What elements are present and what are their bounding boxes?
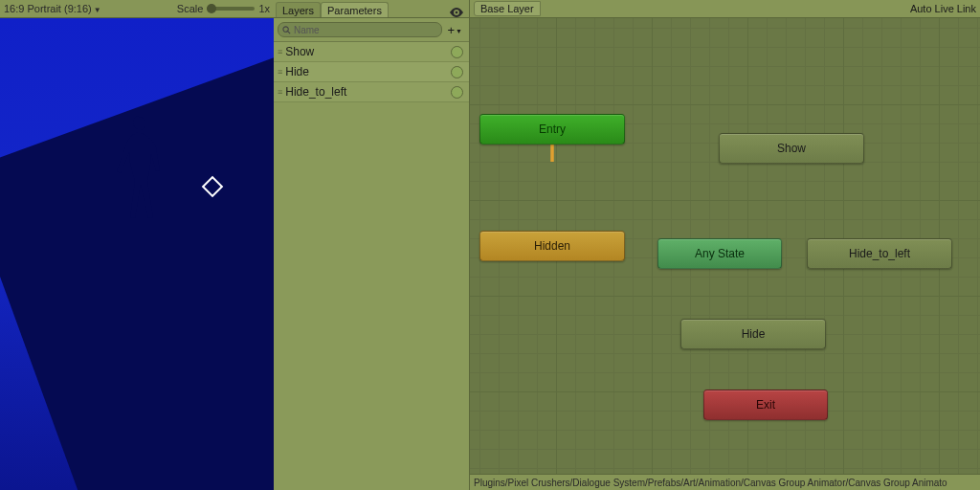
state-node-label: Exit <box>756 398 775 412</box>
visibility-eye-icon[interactable] <box>450 8 467 17</box>
chevron-down-icon: ▼ <box>456 28 462 34</box>
svg-point-1 <box>283 26 288 31</box>
parameter-label: Show <box>285 45 447 58</box>
params-search-row: Name +▼ <box>274 18 469 42</box>
drag-handle-icon[interactable]: ≡ <box>278 87 281 97</box>
game-preview-panel: 16:9 Portrait (9:16) ▼ Scale 1x <box>0 0 274 490</box>
state-node-hide_to_left[interactable]: Hide_to_left <box>807 238 952 269</box>
parameter-label: Hide <box>285 65 447 78</box>
search-placeholder: Name <box>294 25 320 35</box>
search-input[interactable]: Name <box>278 22 442 37</box>
state-node-label: Any State <box>695 247 745 260</box>
search-icon <box>282 26 291 34</box>
auto-live-link-toggle[interactable]: Auto Live Link <box>910 3 976 14</box>
state-node-label: Show <box>777 142 806 155</box>
tab-parameters[interactable]: Parameters <box>321 2 389 17</box>
state-node-label: Hidden <box>534 239 570 253</box>
graph-canvas[interactable]: EntryHiddenShowAny StateHide_to_leftHide… <box>470 18 980 474</box>
animator-graph-panel: Base Layer Auto Live Link EntryHiddenSho… <box>470 0 980 490</box>
state-node-label: Entry <box>539 122 566 136</box>
svg-point-0 <box>456 11 458 14</box>
character-silhouette <box>113 114 167 238</box>
state-node-hidden[interactable]: Hidden <box>479 231 625 261</box>
parameters-panel: Layers Parameters Name +▼ ≡ Show ≡ H <box>274 0 470 490</box>
trigger-radio-icon[interactable] <box>451 66 463 78</box>
breadcrumb[interactable]: Base Layer <box>474 1 541 16</box>
scale-slider-thumb[interactable] <box>207 4 216 13</box>
state-node-any[interactable]: Any State <box>657 238 782 269</box>
scale-slider[interactable] <box>207 7 255 11</box>
tab-layers[interactable]: Layers <box>276 2 321 17</box>
add-parameter-button[interactable]: +▼ <box>444 23 465 37</box>
plus-icon: + <box>447 23 455 37</box>
parameter-label: Hide_to_left <box>285 85 447 99</box>
aspect-dropdown[interactable]: 16:9 Portrait (9:16) ▼ <box>4 3 101 14</box>
parameter-row[interactable]: ≡ Hide_to_left <box>274 82 469 102</box>
chevron-down-icon: ▼ <box>94 6 101 14</box>
drag-handle-icon[interactable]: ≡ <box>278 47 281 56</box>
state-node-label: Hide_to_left <box>849 247 910 260</box>
params-tabs: Layers Parameters <box>274 0 469 18</box>
aspect-label: 16:9 Portrait (9:16) <box>4 3 92 14</box>
parameter-list: ≡ Show ≡ Hide ≡ Hide_to_left <box>274 42 469 490</box>
graph-toolbar: Base Layer Auto Live Link <box>470 0 980 18</box>
state-node-hide[interactable]: Hide <box>680 319 826 349</box>
parameter-row[interactable]: ≡ Show <box>274 42 469 62</box>
parameter-row[interactable]: ≡ Hide <box>274 62 469 82</box>
trigger-radio-icon[interactable] <box>451 46 463 58</box>
game-toolbar: 16:9 Portrait (9:16) ▼ Scale 1x <box>0 0 274 18</box>
state-node-entry[interactable]: Entry <box>479 114 625 145</box>
asset-path-footer: Plugins/Pixel Crushers/Dialogue System/P… <box>470 474 980 490</box>
scale-label: Scale <box>177 3 204 14</box>
svg-line-2 <box>288 31 290 33</box>
state-node-show[interactable]: Show <box>719 133 864 164</box>
game-viewport[interactable] <box>0 18 274 490</box>
trigger-radio-icon[interactable] <box>451 86 463 99</box>
state-node-label: Hide <box>742 327 766 341</box>
scale-value: 1x <box>258 3 270 14</box>
drag-handle-icon[interactable]: ≡ <box>278 67 281 77</box>
state-node-exit[interactable]: Exit <box>703 390 828 420</box>
